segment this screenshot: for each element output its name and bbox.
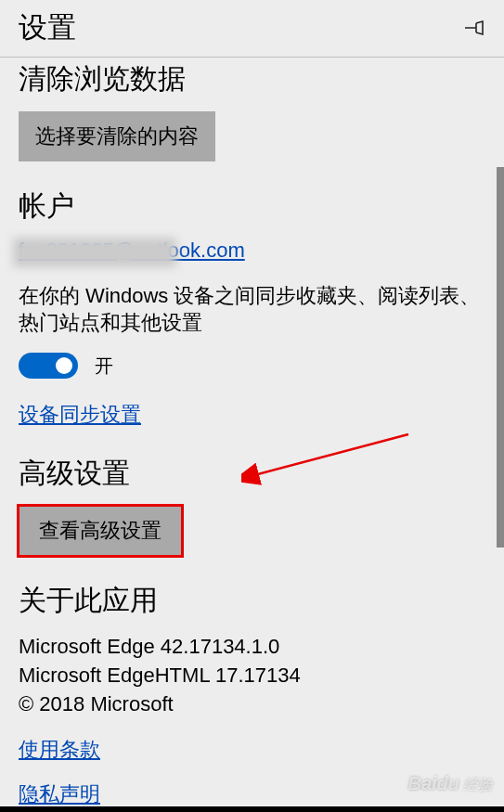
copyright-text: © 2018 Microsoft xyxy=(19,690,485,719)
account-email-row: fac201305@outlook.com xyxy=(19,238,485,263)
view-advanced-settings-button[interactable]: 查看高级设置 xyxy=(19,506,182,556)
device-sync-settings-link[interactable]: 设备同步设置 xyxy=(19,401,141,429)
terms-link[interactable]: 使用条款 xyxy=(19,736,100,764)
edgehtml-version: Microsoft EdgeHTML 17.17134 xyxy=(19,662,485,690)
sync-toggle[interactable] xyxy=(19,353,78,379)
about-heading: 关于此应用 xyxy=(19,582,485,620)
sync-description: 在你的 Windows 设备之间同步收藏夹、阅读列表、热门站点和其他设置 xyxy=(19,283,485,336)
pin-icon[interactable] xyxy=(463,17,485,39)
watermark-brand: Baidu xyxy=(407,773,459,794)
email-blur-overlay xyxy=(13,238,176,267)
clear-data-heading: 清除浏览数据 xyxy=(19,58,485,98)
scrollbar-thumb[interactable] xyxy=(497,167,504,548)
toggle-knob xyxy=(56,357,72,374)
choose-clear-button[interactable]: 选择要清除的内容 xyxy=(19,111,215,161)
settings-content: 清除浏览数据 选择要清除的内容 帐户 fac201305@outlook.com… xyxy=(0,58,504,812)
sync-toggle-label: 开 xyxy=(95,354,113,379)
advanced-heading: 高级设置 xyxy=(19,455,485,493)
bottom-bar xyxy=(0,806,504,812)
edge-version: Microsoft Edge 42.17134.1.0 xyxy=(19,633,485,662)
watermark: Baidu 经验 xyxy=(407,773,493,795)
account-heading: 帐户 xyxy=(19,187,485,226)
watermark-sub: 经验 xyxy=(463,776,493,795)
sync-toggle-row: 开 xyxy=(19,353,485,379)
settings-title: 设置 xyxy=(19,8,76,47)
settings-header: 设置 xyxy=(0,0,504,58)
privacy-link[interactable]: 隐私声明 xyxy=(19,780,100,808)
